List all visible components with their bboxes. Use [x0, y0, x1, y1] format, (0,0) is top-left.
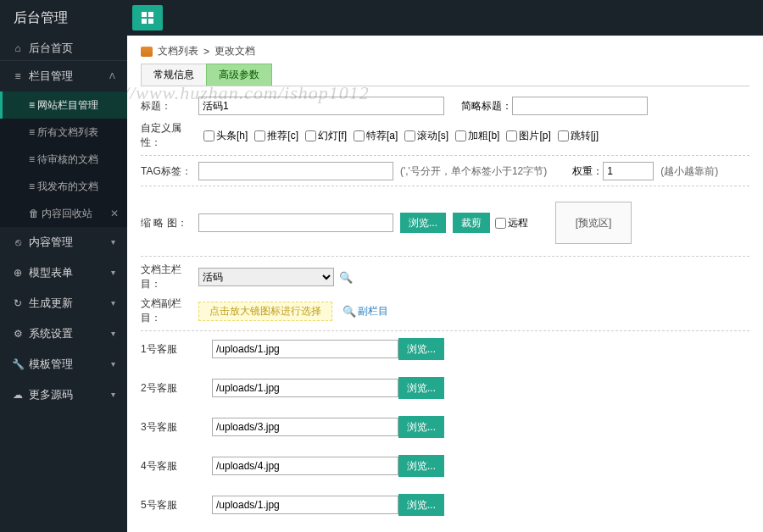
grid-icon — [142, 12, 153, 24]
sidebar-group-columns[interactable]: ≡栏目管理 ᐱ — [0, 61, 127, 91]
title-input[interactable] — [198, 97, 444, 115]
sidebar-template[interactable]: 🔧模板管理▾ — [0, 349, 127, 380]
chevron-down-icon: ▾ — [111, 319, 115, 349]
kefu-browse-button[interactable]: 浏览... — [398, 416, 444, 438]
sidebar-model[interactable]: ⊕模型表单▾ — [0, 258, 127, 288]
remote-checkbox[interactable] — [495, 218, 506, 229]
sidebar-item-my-docs[interactable]: ≡ 我发布的文档 — [0, 173, 127, 200]
attr-checkbox[interactable] — [354, 130, 365, 141]
sub-col-hint: 点击放大镜图标进行选择 — [198, 302, 332, 321]
attr-label: 推荐[c] — [267, 130, 298, 141]
thumb-browse-button[interactable]: 浏览... — [400, 213, 446, 233]
main-col-label: 文档主栏目： — [141, 263, 198, 291]
kefu-browse-button[interactable]: 浏览... — [398, 338, 444, 360]
kefu-row: 5号客服浏览... — [141, 494, 749, 516]
breadcrumb-edit-doc: 更改文档 — [214, 44, 255, 58]
attr-checkbox[interactable] — [455, 130, 466, 141]
attr-label: 头条[h] — [216, 130, 248, 141]
kefu-row: 1号客服浏览... — [141, 338, 749, 360]
sidebar-group-columns-label: 栏目管理 — [29, 61, 73, 91]
sidebar-home[interactable]: ⌂后台首页 — [0, 36, 127, 61]
kefu-browse-button[interactable]: 浏览... — [398, 455, 444, 477]
chevron-up-icon: ᐱ — [109, 61, 115, 91]
sidebar-generate[interactable]: ↻生成更新▾ — [0, 288, 127, 319]
kefu-input[interactable] — [212, 418, 398, 436]
remote-label: 远程 — [508, 216, 528, 230]
attr-checkbox[interactable] — [203, 130, 214, 141]
share-icon: ⎋ — [12, 227, 24, 258]
chevron-down-icon: ▾ — [111, 380, 115, 410]
breadcrumb-doc-list[interactable]: 文档列表 — [158, 44, 198, 58]
thumb-preview-box: [预览区] — [555, 202, 632, 244]
breadcrumb: 文档列表 > 更改文档 — [141, 44, 749, 58]
tag-label: TAG标签： — [141, 164, 198, 179]
sidebar-item-recycle[interactable]: 🗑 内容回收站✕ — [0, 200, 127, 227]
main-panel: https://www.huzhan.com/ishop1012 文档列表 > … — [127, 36, 763, 532]
thumb-input[interactable] — [198, 213, 393, 232]
chevron-down-icon: ▾ — [111, 258, 115, 288]
thumb-crop-button[interactable]: 裁剪 — [453, 213, 490, 233]
attr-checkbox[interactable] — [305, 130, 316, 141]
chevron-down-icon: ▾ — [111, 349, 115, 380]
wrench-icon: 🔧 — [12, 349, 24, 380]
attr-checkbox[interactable] — [558, 130, 569, 141]
weight-input[interactable] — [603, 162, 654, 180]
kefu-row: 2号客服浏览... — [141, 377, 749, 399]
home-icon: ⌂ — [12, 36, 24, 61]
attr-label: 特荐[a] — [366, 130, 398, 141]
cloud-icon: ☁ — [12, 380, 24, 410]
sidebar-submenu-columns: ≡ 网站栏目管理 ≡ 所有文档列表 ≡ 待审核的文档 ≡ 我发布的文档 🗑 内容… — [0, 91, 127, 227]
magnifier-icon[interactable]: 🔍 — [339, 271, 353, 284]
globe-icon: ⊕ — [12, 258, 24, 288]
kefu-input[interactable] — [212, 457, 398, 475]
sidebar-more[interactable]: ☁更多源码▾ — [0, 380, 127, 410]
sidebar-content[interactable]: ⎋内容管理▾ — [0, 227, 127, 258]
kefu-label: 2号客服 — [141, 381, 195, 396]
tag-input[interactable] — [198, 162, 393, 180]
refresh-icon: ↻ — [12, 288, 24, 319]
app-title: 后台管理 — [0, 9, 127, 27]
attr-label: 幻灯[f] — [318, 130, 347, 141]
topbar: 后台管理 — [0, 0, 763, 36]
thumb-label: 缩 略 图： — [141, 216, 198, 230]
kefu-input[interactable] — [212, 379, 398, 397]
kefu-browse-button[interactable]: 浏览... — [398, 377, 444, 399]
main-col-select[interactable]: 活码 — [198, 268, 334, 286]
kefu-input[interactable] — [212, 340, 398, 358]
attr-label: 跳转[j] — [571, 130, 599, 141]
chevron-down-icon: ▾ — [111, 288, 115, 319]
gear-icon: ⚙ — [12, 319, 24, 349]
weight-label: 权重： — [572, 164, 603, 179]
sidebar-home-label: 后台首页 — [29, 36, 73, 61]
magnifier-icon[interactable]: 🔍 — [343, 305, 356, 318]
attr-checkbox[interactable] — [404, 130, 415, 141]
menu-toggle-button[interactable] — [132, 5, 163, 30]
sidebar-item-all-docs[interactable]: ≡ 所有文档列表 — [0, 119, 127, 146]
form-tabs: 常规信息 高级参数 — [141, 64, 749, 86]
book-icon — [141, 47, 153, 57]
weight-hint: (越小越靠前) — [660, 164, 718, 179]
kefu-input[interactable] — [212, 496, 398, 514]
sidebar-system[interactable]: ⚙系统设置▾ — [0, 319, 127, 349]
short-title-input[interactable] — [512, 97, 648, 115]
title-label: 标题： — [141, 99, 198, 114]
custom-attr-group: 头条[h]推荐[c]幻灯[f]特荐[a]滚动[s]加粗[b]图片[p]跳转[j] — [198, 129, 600, 143]
kefu-label: 3号客服 — [141, 420, 195, 435]
attr-checkbox[interactable] — [506, 130, 517, 141]
sidebar: ⌂后台首页 ≡栏目管理 ᐱ ≡ 网站栏目管理 ≡ 所有文档列表 ≡ 待审核的文档… — [0, 36, 127, 532]
tab-general[interactable]: 常规信息 — [141, 64, 207, 86]
attr-checkbox[interactable] — [254, 130, 265, 141]
sidebar-item-site-columns[interactable]: ≡ 网站栏目管理 — [0, 91, 127, 119]
kefu-browse-button[interactable]: 浏览... — [398, 494, 444, 516]
sidebar-item-pending-docs[interactable]: ≡ 待审核的文档 — [0, 146, 127, 173]
kefu-label: 1号客服 — [141, 342, 195, 357]
kefu-row: 3号客服浏览... — [141, 416, 749, 438]
close-icon[interactable]: ✕ — [110, 200, 119, 227]
attr-label: 图片[p] — [519, 130, 550, 141]
sub-col-link[interactable]: 副栏目 — [358, 304, 388, 319]
custom-attr-label: 自定义属性： — [141, 121, 198, 150]
tab-advanced[interactable]: 高级参数 — [206, 64, 272, 86]
list-icon: ≡ — [12, 61, 24, 91]
kefu-label: 4号客服 — [141, 459, 195, 474]
kefu-row: 4号客服浏览... — [141, 455, 749, 477]
